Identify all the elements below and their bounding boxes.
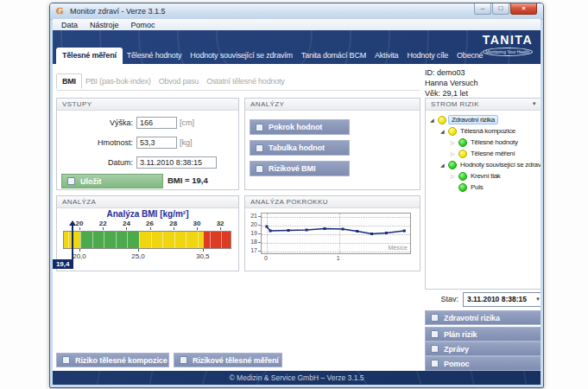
tabulka-hodnot-icon	[256, 144, 263, 152]
stav-label: Stav:	[420, 295, 458, 303]
tree-node-label[interactable]: Hodnoty související se zdravím	[460, 161, 541, 169]
risk-status-dot-green	[448, 161, 457, 169]
subtab-bmi[interactable]: BMI	[56, 73, 82, 89]
collapse-arrow-icon[interactable]: ▼	[532, 99, 537, 110]
minimize-button[interactable]: –	[474, 3, 491, 15]
tab-hodnoty-souvisejici[interactable]: Hodnoty související se zdravím	[186, 48, 297, 64]
tree-node-label[interactable]: Tělesná kompozice	[460, 127, 515, 135]
panel-strom-rizik: STROM RIZIK ▼ ◢ Zdravotní rizika ◢ Těles…	[425, 98, 541, 290]
tanita-wordmark: TANITA	[483, 33, 533, 47]
risk-status-dot-green	[458, 183, 467, 192]
app-window: G Monitor zdraví - Verze 3.1.5 – □ × Dat…	[49, 3, 544, 388]
menu-nastroje[interactable]: Nástroje	[84, 21, 125, 29]
panel-analyza-header: ANALÝZA	[57, 196, 238, 208]
pomoc-button[interactable]: Pomoc	[425, 356, 541, 371]
tree-row: ◢ Zdravotní rizika	[426, 114, 541, 125]
weight-input[interactable]	[136, 137, 177, 149]
menu-data[interactable]: Data	[55, 21, 84, 29]
tree-row: Puls	[426, 182, 541, 193]
height-row: Výška: [cm]	[57, 117, 238, 129]
risk-status-dot-yellow	[458, 150, 467, 158]
panel-pokrok: ANALÝZA POKROKKU 171819202101Měsíce	[244, 195, 420, 271]
subtab-ostatni[interactable]: Ostatní tělesné hodnoty	[206, 77, 284, 86]
tree-node-label[interactable]: Krevní tlak	[471, 172, 501, 180]
bmi-chart-title: Analýza BMI [kg/m²]	[57, 209, 238, 219]
height-unit: [cm]	[180, 117, 194, 129]
subtab-pbi[interactable]: PBI (pas-bok-index)	[85, 77, 151, 86]
tanita-logo: TANITA Monitoring Your Health	[483, 33, 533, 56]
bmi-result: BMI = 19,4	[168, 175, 208, 185]
tree-node-label[interactable]: Tělesné hodnoty	[471, 138, 518, 146]
risk-status-dot-yellow	[448, 127, 457, 136]
tabulka-hodnot-button[interactable]: Tabulka hodnot	[250, 140, 350, 156]
patient-name: Hanna Versuch	[425, 78, 478, 88]
pomoc-icon	[431, 360, 439, 367]
tree-node-label[interactable]: Zdravotní rizika	[448, 115, 498, 124]
rizikove-mereni-icon	[180, 356, 187, 364]
tab-telesne-hodnoty[interactable]: Tělesné hodnoty	[123, 48, 187, 64]
panel-vstupy: VSTUPY Výška: [cm] Hmotnost: [kg] Datum:	[56, 98, 239, 190]
app-icon: G	[56, 5, 64, 16]
patient-id: ID: demo03	[425, 67, 478, 78]
window-body: TANITA Monitoring Your Health Tělesné mě…	[53, 30, 541, 385]
tree-expander-icon[interactable]: ▷	[451, 150, 458, 156]
pokrok-hodnot-button[interactable]: Pokrok hodnot	[250, 119, 350, 135]
rizikove-telesne-mereni-button[interactable]: Rizikové tělesné měření	[174, 353, 282, 367]
zdravotni-rizika-icon	[431, 314, 439, 322]
dropdown-arrow-icon: ▼	[535, 293, 541, 306]
sub-tabs: BMI PBI (pas-bok-index) Obvod pasu Ostat…	[56, 72, 420, 91]
tree-node-label[interactable]: Puls	[471, 183, 483, 191]
title-bar[interactable]: G Monitor zdraví - Verze 3.1.5 – □ ×	[50, 3, 543, 20]
tab-telesne-mereni[interactable]: Tělesné měření	[56, 48, 123, 64]
risk-status-dot-green	[458, 138, 467, 147]
tree-expander-icon[interactable]: ◢	[430, 117, 438, 123]
panel-analyza: ANALÝZA Analýza BMI [kg/m²] 202224262830…	[56, 195, 239, 271]
subtab-obvod-pasu[interactable]: Obvod pasu	[159, 77, 199, 86]
tab-aktivita[interactable]: Aktivita	[370, 48, 402, 64]
zpravy-button[interactable]: Zprávy	[425, 341, 541, 356]
menu-bar: Data Nástroje Pomoc	[53, 19, 541, 31]
tab-obecne[interactable]: Obecné	[452, 48, 487, 64]
close-icon: ×	[522, 4, 526, 13]
tree-expander-icon[interactable]: ▷	[451, 139, 458, 145]
riziko-telesne-kompozice-button[interactable]: Riziko tělesné kompozice	[56, 353, 169, 367]
close-button[interactable]: ×	[510, 3, 537, 15]
tree-row: ▷ Tělesné hodnoty	[426, 137, 541, 148]
bmi-scale-chart: 2022242628303220,025,030,519,4	[63, 220, 230, 270]
date-input[interactable]	[136, 156, 217, 169]
rizikove-bmi-icon	[256, 165, 263, 173]
panel-analyzy-header: ANALÝZY	[245, 99, 420, 111]
tree-row: ◢ Tělesná kompozice	[426, 125, 541, 137]
patient-info: ID: demo03 Hanna Versuch Věk: 29,1 let	[425, 67, 478, 99]
menu-pomoc[interactable]: Pomoc	[125, 21, 161, 29]
plan-rizik-button[interactable]: Plán rizik	[425, 327, 541, 341]
tree-expander-icon[interactable]: ◢	[440, 128, 448, 134]
weight-row: Hmotnost: [kg]	[57, 137, 238, 149]
tree-row: ▷ Krevní tlak	[426, 170, 541, 182]
height-input[interactable]	[136, 117, 177, 129]
window-controls: – □ ×	[473, 3, 537, 15]
tree-node-label[interactable]: Tělesné měření	[471, 150, 515, 157]
copyright-text: © Medizin & Service GmbH – Verze 3.1.5	[229, 373, 364, 382]
risk-tree: ◢ Zdravotní rizika ◢ Tělesná kompozice ▷…	[426, 110, 541, 289]
main-tabs: Tělesné měření Tělesné hodnoty Hodnoty s…	[56, 48, 487, 64]
panel-strom-header[interactable]: STROM RIZIK ▼	[426, 99, 541, 111]
tree-expander-icon[interactable]: ▷	[451, 173, 458, 179]
panel-analyzy: ANALÝZY Pokrok hodnot Tabulka hodnot Riz…	[244, 98, 420, 190]
save-icon	[67, 177, 75, 185]
rizikove-bmi-button[interactable]: Rizikové BMI	[250, 161, 350, 176]
tree-expander-icon[interactable]: ◢	[440, 162, 448, 168]
riziko-kompozice-icon	[62, 356, 70, 364]
maximize-button[interactable]: □	[492, 3, 509, 15]
weight-label: Hmotnost:	[57, 137, 133, 149]
progress-chart: 171819202101Měsíce	[248, 210, 415, 265]
tab-tanita-domaci-bcm[interactable]: Tanita domácí BCM	[297, 48, 370, 64]
stav-dropdown[interactable]: 3.11.2010 8:38:15 ▼	[463, 292, 541, 307]
save-button[interactable]: Uložit	[61, 174, 163, 188]
save-label: Uložit	[80, 177, 102, 186]
zdravotni-rizika-button[interactable]: Zdravotní rizika	[425, 310, 541, 325]
date-label: Datum:	[57, 156, 133, 169]
tab-hodnoty-cile[interactable]: Hodnoty cíle	[402, 48, 452, 64]
content-area: BMI PBI (pas-bok-index) Obvod pasu Ostat…	[53, 64, 541, 371]
tree-row: ◢ Hodnoty související se zdravím	[426, 159, 541, 170]
